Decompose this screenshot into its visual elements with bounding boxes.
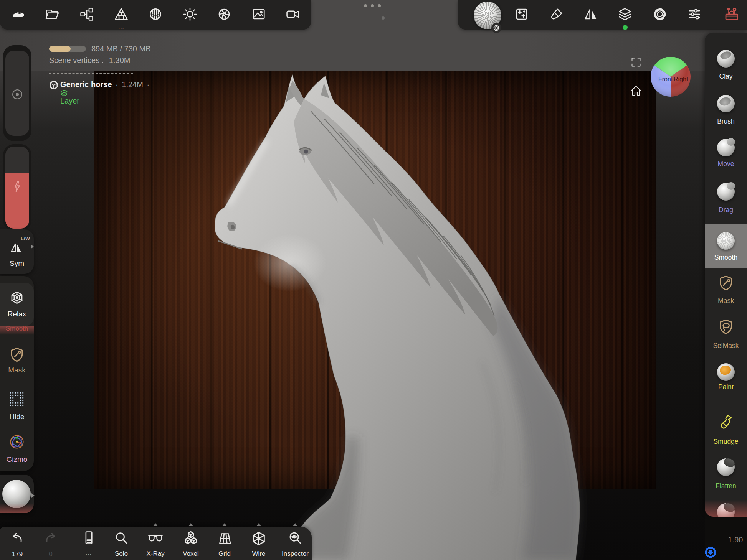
- tool-clay-icon[interactable]: [717, 50, 735, 68]
- tool-move-icon[interactable]: [717, 139, 735, 156]
- tool-selmask-label[interactable]: SelMask: [713, 342, 739, 350]
- camera-video-icon[interactable]: [286, 7, 300, 21]
- scene-vertices-row: Scene vertices : 1.30M: [49, 56, 130, 65]
- fullscreen-icon[interactable]: [631, 57, 641, 68]
- gizmo-icon[interactable]: [9, 434, 25, 450]
- toolbox-icon[interactable]: [724, 7, 739, 22]
- material-panel[interactable]: [0, 475, 34, 513]
- render-aperture-icon[interactable]: [217, 7, 231, 21]
- grid-caret[interactable]: [222, 523, 227, 526]
- tool-selmask-icon[interactable]: [718, 319, 734, 335]
- radius-icon: [10, 87, 24, 101]
- mesh-sphere-icon: [49, 80, 59, 91]
- voxel-label[interactable]: Voxel: [183, 550, 199, 558]
- tool-smooth-icon[interactable]: [717, 232, 735, 250]
- xray-caret[interactable]: [153, 523, 158, 526]
- solo-label[interactable]: Solo: [115, 550, 128, 558]
- memory-text: 894 MB / 730 MB: [91, 44, 151, 53]
- voxel-caret[interactable]: [188, 523, 193, 526]
- inspector-icon[interactable]: [288, 531, 303, 546]
- paintbrush-icon[interactable]: [549, 7, 564, 21]
- layer-label[interactable]: Layer: [60, 97, 79, 105]
- tool-clay-label[interactable]: Clay: [719, 72, 732, 81]
- separator-dot: ·: [116, 80, 118, 89]
- scene-graph-icon[interactable]: [79, 7, 94, 21]
- layers-icon[interactable]: [618, 7, 632, 21]
- inspector-caret[interactable]: [293, 523, 297, 526]
- undo-icon[interactable]: [10, 531, 25, 546]
- wire-label[interactable]: Wire: [252, 550, 266, 558]
- tool-flatten-label[interactable]: Flatten: [716, 482, 736, 490]
- symmetry-icon: [9, 240, 23, 254]
- material-expand-arrow[interactable]: [31, 493, 35, 498]
- voxel-icon[interactable]: [183, 530, 199, 547]
- nav-front-label: Front: [658, 76, 673, 82]
- stamp-icon[interactable]: [514, 7, 529, 21]
- hide-dots-icon[interactable]: [9, 392, 25, 407]
- object-name[interactable]: Generic horse: [60, 80, 112, 89]
- tool-paint-icon[interactable]: [717, 363, 735, 381]
- sliders-icon[interactable]: [687, 7, 702, 21]
- matcap-sphere-icon[interactable]: [148, 7, 163, 21]
- redo-icon[interactable]: [43, 531, 58, 546]
- tool-drag-icon[interactable]: [717, 183, 735, 201]
- sculpt-app-window: 894 MB / 730 MB Scene vertices : 1.30M G…: [0, 0, 747, 560]
- tool-smudge-icon[interactable]: [717, 413, 734, 430]
- tool-paint-label[interactable]: Paint: [718, 383, 734, 391]
- material-red-fade: [0, 503, 34, 513]
- files-folder-icon[interactable]: [45, 7, 59, 21]
- object-row[interactable]: Generic horse · 1.24M · Layer: [60, 80, 151, 105]
- horse-sculpture[interactable]: [192, 69, 599, 560]
- smooth-peek-strip: Smooth: [0, 326, 34, 335]
- orientation-gizmo[interactable]: Front Right: [650, 56, 691, 97]
- scene-vertices-value: 1.30M: [109, 56, 131, 64]
- nav-right-label: Right: [674, 76, 688, 82]
- sliders-more-label[interactable]: ...: [691, 23, 697, 30]
- sym-label[interactable]: Sym: [10, 259, 24, 268]
- xray-label[interactable]: X-Ray: [146, 550, 164, 558]
- tool-flatten-icon[interactable]: [717, 458, 735, 476]
- pyramid-more-label[interactable]: ...: [118, 24, 124, 30]
- divider-dashed: [49, 73, 133, 74]
- layers-status-dot: [623, 25, 628, 30]
- relax-label[interactable]: Relax: [8, 310, 26, 318]
- inspector-label[interactable]: Inspector: [282, 550, 309, 558]
- solo-icon[interactable]: [114, 531, 129, 546]
- home-icon[interactable]: [630, 85, 642, 97]
- notes-book-icon[interactable]: [81, 530, 96, 545]
- intensity-bolt-icon: [11, 180, 24, 193]
- smooth-peek-label: Smooth: [6, 326, 28, 332]
- tool-smudge-label[interactable]: Smudge: [713, 438, 738, 446]
- tool-mask-icon[interactable]: [718, 275, 734, 291]
- grid-icon[interactable]: [217, 531, 232, 546]
- brush-settings-gear-badge[interactable]: [491, 23, 501, 33]
- notes-more-label[interactable]: ...: [86, 549, 92, 556]
- tool-sidebar: Clay Brush Move Drag Smooth Mask SelMask…: [705, 33, 747, 517]
- app-logo[interactable]: [10, 7, 26, 22]
- relax-web-icon[interactable]: [10, 290, 24, 305]
- multires-pyramid-icon[interactable]: [114, 7, 129, 21]
- grid-label[interactable]: Grid: [218, 550, 231, 558]
- settings-gear-icon[interactable]: [653, 7, 667, 21]
- stamp-more-label[interactable]: ...: [519, 23, 525, 30]
- wire-caret[interactable]: [256, 523, 261, 526]
- sym-expand-arrow[interactable]: [31, 244, 34, 249]
- background-image-icon[interactable]: [251, 7, 266, 21]
- undo-count: 179: [12, 550, 23, 558]
- lighting-sun-icon[interactable]: [183, 7, 197, 21]
- wire-icon[interactable]: [251, 531, 266, 546]
- gizmo-label[interactable]: Gizmo: [7, 455, 28, 464]
- mask-shield-icon-left[interactable]: [9, 347, 25, 362]
- tool-move-label[interactable]: Move: [718, 160, 734, 168]
- pivot-indicator-icon[interactable]: [705, 547, 716, 558]
- tool-smooth-label[interactable]: Smooth: [714, 254, 737, 262]
- xray-icon[interactable]: [147, 530, 164, 547]
- tool-drag-label[interactable]: Drag: [719, 206, 733, 214]
- hide-label[interactable]: Hide: [9, 413, 24, 421]
- mask-label-left[interactable]: Mask: [8, 366, 25, 374]
- memory-progressbar: [49, 46, 86, 52]
- symmetry-mirror-icon[interactable]: [583, 7, 598, 21]
- tool-brush-label[interactable]: Brush: [717, 117, 735, 125]
- tool-brush-icon[interactable]: [717, 95, 735, 112]
- tool-mask-label[interactable]: Mask: [718, 297, 734, 305]
